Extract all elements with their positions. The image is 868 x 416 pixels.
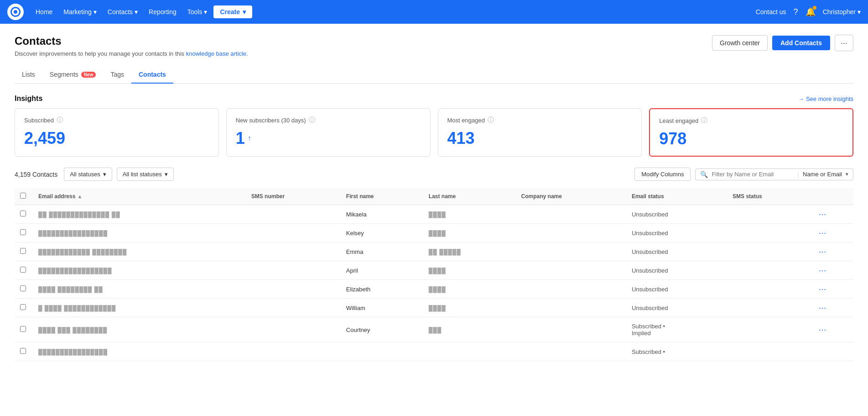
sms-status-cell [727, 280, 814, 299]
insights-section-header: Insights → See more insights [15, 95, 853, 103]
email-sort-button[interactable]: Email address ▲ [38, 193, 240, 200]
company-cell [516, 261, 626, 280]
least-engaged-info-icon[interactable]: ⓘ [701, 116, 707, 125]
search-wrapper: 🔍 | Name or Email ▾ [695, 169, 853, 180]
nav-reporting[interactable]: Reporting [144, 5, 181, 18]
row-more-button[interactable]: ··· [819, 305, 827, 311]
new-subscribers-info-icon[interactable]: ⓘ [309, 116, 315, 124]
email-status-cell: Unsubscribed [626, 280, 727, 299]
row-checkbox[interactable] [20, 248, 26, 254]
tab-lists[interactable]: Lists [15, 66, 42, 84]
row-more-button[interactable]: ··· [819, 211, 827, 218]
notification-dot [813, 6, 816, 10]
email-cell: ████████████ ████████ [33, 242, 246, 261]
table-header: Email address ▲ SMS number First name La… [15, 188, 853, 205]
all-statuses-dropdown[interactable]: All statuses ▾ [64, 168, 112, 181]
search-filter-label: Name or Email [803, 171, 842, 178]
create-button[interactable]: Create ▾ [213, 5, 252, 18]
modify-columns-button[interactable]: Modify Columns [634, 168, 691, 181]
last-name-cell: ████ [423, 280, 516, 299]
row-more-cell: ··· [814, 205, 853, 224]
trend-up-icon: ↑ [248, 134, 251, 142]
tab-contacts[interactable]: Contacts [131, 66, 173, 84]
notifications-bell[interactable]: 🔔 [806, 7, 816, 17]
insight-card-new-subscribers: New subscribers (30 days) ⓘ 1 ↑ [226, 108, 431, 157]
nav-marketing[interactable]: Marketing ▾ [59, 5, 101, 18]
app-logo[interactable] [7, 4, 24, 20]
most-engaged-info-icon[interactable]: ⓘ [488, 116, 494, 124]
last-name-cell: ██ █████ [423, 242, 516, 261]
help-icon[interactable]: ? [794, 7, 798, 17]
sort-icon: ▲ [77, 194, 82, 199]
row-more-button[interactable]: ··· [819, 248, 827, 255]
insights-title: Insights [15, 95, 42, 103]
search-input[interactable] [712, 171, 794, 178]
row-more-cell: ··· [814, 299, 853, 317]
email-cell: ████ ███ ████████ [33, 317, 246, 342]
row-checkbox[interactable] [20, 267, 26, 273]
th-email-status: Email status [626, 188, 727, 205]
email-cell: █████████████████ [33, 261, 246, 280]
row-checkbox-cell [15, 224, 33, 242]
more-options-button[interactable]: ··· [835, 35, 853, 51]
email-status-cell: Unsubscribed [626, 299, 727, 317]
table-row: ████ ███ ████████ Courtney ███ Subscribe… [15, 317, 853, 342]
select-all-checkbox[interactable] [20, 193, 26, 199]
row-checkbox-cell [15, 280, 33, 299]
nav-contacts[interactable]: Contacts ▾ [103, 5, 142, 18]
row-more-cell: ··· [814, 224, 853, 242]
row-more-button[interactable]: ··· [819, 267, 827, 274]
content-area: Contacts Discover improvements to help y… [0, 24, 868, 416]
row-more-button[interactable]: ··· [819, 230, 827, 237]
tab-tags[interactable]: Tags [103, 66, 131, 84]
row-checkbox[interactable] [20, 348, 26, 354]
row-more-button[interactable]: ··· [819, 286, 827, 293]
table-body: ██ ██████████████ ██ Mikaela ████ Unsubs… [15, 205, 853, 361]
chevron-down-icon: ▾ [243, 8, 246, 16]
subscribed-info-icon[interactable]: ⓘ [57, 116, 63, 124]
contacts-table: Email address ▲ SMS number First name La… [15, 188, 853, 361]
sms-cell [246, 205, 341, 224]
row-checkbox[interactable] [20, 304, 26, 310]
company-cell [516, 280, 626, 299]
company-cell [516, 299, 626, 317]
chevron-down-icon: ▾ [103, 171, 106, 178]
email-cell: ████████████████ [33, 342, 246, 361]
search-filter-chevron[interactable]: ▾ [846, 171, 848, 177]
user-menu[interactable]: Christopher ▾ [823, 8, 861, 16]
chevron-down-icon: ▾ [135, 8, 138, 16]
row-more-cell: ··· [814, 317, 853, 342]
row-checkbox[interactable] [20, 211, 26, 216]
row-checkbox[interactable] [20, 229, 26, 235]
page-title: Contacts [15, 35, 248, 47]
knowledge-base-link[interactable]: knowledge base article. [186, 50, 248, 57]
sms-status-cell [727, 317, 814, 342]
th-sms: SMS number [246, 188, 341, 205]
contacts-toolbar: 4,159 Contacts All statuses ▾ All list s… [15, 168, 853, 181]
company-cell [516, 224, 626, 242]
growth-center-button[interactable]: Growth center [712, 35, 768, 51]
nav-items: Home Marketing ▾ Contacts ▾ Reporting To… [31, 5, 756, 18]
see-more-insights-link[interactable]: → See more insights [798, 95, 853, 102]
last-name-cell [423, 342, 516, 361]
email-status-cell: Subscribed •Implied [626, 317, 727, 342]
tab-segments[interactable]: Segments New [42, 66, 104, 84]
last-name-cell: ████ [423, 261, 516, 280]
row-more-button[interactable]: ··· [819, 326, 827, 333]
row-checkbox[interactable] [20, 285, 26, 291]
table-row: ████████████ ████████ Emma ██ █████ Unsu… [15, 242, 853, 261]
tabs: Lists Segments New Tags Contacts [15, 66, 853, 84]
sms-cell [246, 261, 341, 280]
th-actions [814, 188, 853, 205]
add-contacts-button[interactable]: Add Contacts [772, 36, 830, 50]
first-name-cell: Elizabeth [341, 280, 423, 299]
main-wrapper: Contacts Discover improvements to help y… [0, 24, 868, 416]
company-cell [516, 342, 626, 361]
nav-tools[interactable]: Tools ▾ [183, 5, 212, 18]
all-list-statuses-dropdown[interactable]: All list statuses ▾ [117, 168, 174, 181]
insights-cards: Subscribed ⓘ 2,459 New subscribers (30 d… [15, 108, 853, 157]
contact-us-link[interactable]: Contact us [756, 8, 786, 16]
row-checkbox[interactable] [20, 326, 26, 332]
nav-home[interactable]: Home [31, 5, 57, 18]
sms-cell [246, 280, 341, 299]
